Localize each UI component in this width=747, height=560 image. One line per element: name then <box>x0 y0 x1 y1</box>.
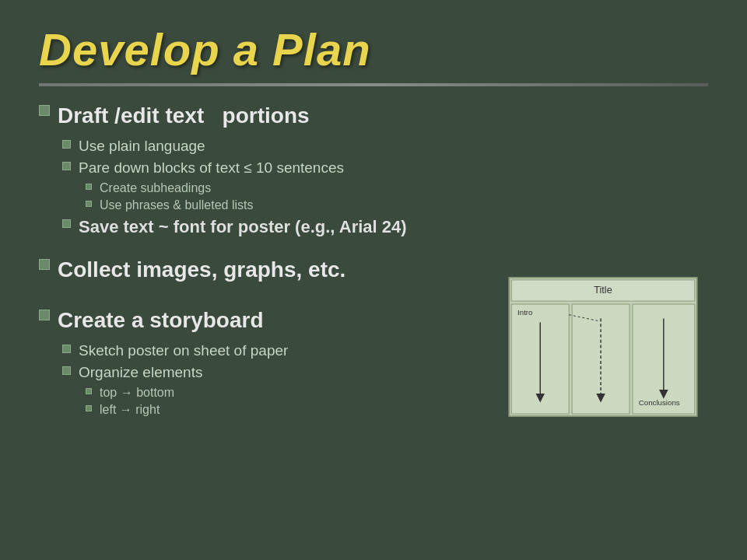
bullet-icon <box>39 310 50 320</box>
list-item: Create subheadings <box>86 181 490 197</box>
bullet-icon <box>39 259 50 270</box>
list-item: Sketch poster on sheet of paper <box>62 342 490 362</box>
direction-item-left: left → right <box>100 403 160 417</box>
list-item: Create a storyboard <box>39 306 490 338</box>
storyboard-diagram-area: Title Intro Conclusions <box>506 277 708 420</box>
storyboard-diagram: Title Intro Conclusions <box>506 277 700 417</box>
direction-item-top: top → bottom <box>100 386 174 400</box>
bullet-icon <box>86 201 92 207</box>
sub-item: Pare down blocks of text ≤ 10 sentences <box>79 159 344 177</box>
list-item: Use phrases & bulleted lists <box>86 198 490 214</box>
sub-item: Sketch poster on sheet of paper <box>79 342 288 359</box>
sub-sub-item: Use phrases & bulleted lists <box>100 198 253 212</box>
bullet-icon <box>86 405 92 411</box>
bullet-icon <box>62 140 71 149</box>
section1-title: Draft /edit text portions <box>58 102 310 130</box>
sub-sub-item: Create subheadings <box>100 181 211 195</box>
title-area: Develop a Plan <box>39 23 708 75</box>
list-item: top → bottom <box>86 386 490 401</box>
sub-item-bold: Save text ~ font for poster (e.g., Arial… <box>79 217 407 237</box>
sub-item: Organize elements <box>79 364 202 381</box>
bullets-area: Draft /edit text portions Use plain lang… <box>39 102 490 420</box>
divider <box>39 83 708 86</box>
list-item: Collect images, graphs, etc. <box>39 256 490 287</box>
list-item: left → right <box>86 403 490 418</box>
sub-item: Use plain language <box>79 138 205 155</box>
slide: Develop a Plan Draft /edit text portions… <box>0 0 747 560</box>
section3-title: Create a storyboard <box>58 306 264 334</box>
bullet-icon <box>62 219 71 228</box>
svg-text:Intro: Intro <box>517 308 532 317</box>
list-item: Save text ~ font for poster (e.g., Arial… <box>62 217 490 240</box>
svg-text:Conclusions: Conclusions <box>639 399 680 408</box>
bullet-icon <box>62 162 71 170</box>
list-item: Pare down blocks of text ≤ 10 sentences <box>62 159 490 179</box>
list-item: Organize elements <box>62 364 490 383</box>
bullet-icon <box>62 345 71 353</box>
bullet-icon <box>62 366 71 375</box>
svg-text:Title: Title <box>594 285 612 296</box>
bullet-icon <box>86 388 92 394</box>
bullet-icon <box>39 105 50 116</box>
section2-title: Collect images, graphs, etc. <box>58 256 345 284</box>
bullet-icon <box>86 184 92 190</box>
slide-title: Develop a Plan <box>39 23 708 75</box>
list-item: Use plain language <box>62 138 490 157</box>
list-item: Draft /edit text portions <box>39 102 490 133</box>
content-area: Draft /edit text portions Use plain lang… <box>39 102 708 420</box>
